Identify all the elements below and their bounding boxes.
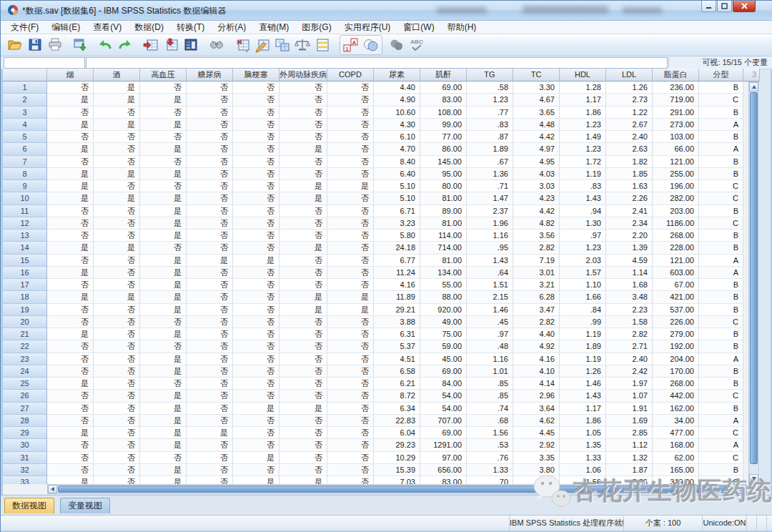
data-cell[interactable]: 否 [279,119,327,131]
data-cell[interactable]: 否 [187,192,233,205]
data-cell[interactable]: 否 [233,119,279,131]
data-cell[interactable]: 否 [47,403,94,415]
data-cell[interactable]: 是 [140,415,187,427]
data-cell[interactable]: 否 [279,464,327,476]
data-cell[interactable]: 是 [47,143,94,155]
row-number[interactable]: 21 [3,328,47,340]
data-cell[interactable]: 2.40 [606,353,653,365]
data-cell[interactable]: 否 [327,353,374,365]
data-cell[interactable]: 否 [233,94,279,106]
data-cell[interactable]: 是 [47,291,94,303]
data-cell[interactable]: .48 [467,340,513,353]
insert-cases-icon[interactable] [232,36,252,54]
data-cell[interactable]: 是 [279,143,327,155]
data-cell[interactable]: 否 [94,464,140,476]
data-cell[interactable]: .71 [467,180,513,192]
data-cell[interactable]: 81.00 [420,217,467,230]
data-cell[interactable]: 否 [327,94,374,106]
data-cell[interactable]: 否 [327,340,374,353]
data-cell[interactable]: 4.42 [513,131,560,143]
data-cell[interactable]: 1291.00 [420,439,467,451]
data-cell[interactable]: .77 [467,107,513,119]
data-cell[interactable]: 1.51 [467,279,513,291]
data-cell[interactable]: 4.62 [513,415,560,427]
data-cell[interactable]: 是 [47,267,94,279]
data-cell[interactable]: 3.80 [513,464,560,476]
data-cell[interactable]: C [699,192,743,205]
data-cell[interactable]: 2.82 [513,242,560,254]
data-cell[interactable]: 是 [140,365,187,378]
data-cell[interactable]: 1.26 [560,365,606,378]
data-cell[interactable]: 656.00 [420,464,467,476]
data-cell[interactable]: 3.21 [513,279,560,291]
data-cell[interactable]: 是 [94,291,140,303]
data-cell[interactable]: 2.63 [606,143,653,155]
data-cell[interactable]: 1.17 [560,94,606,106]
data-cell[interactable]: 226.00 [653,316,699,328]
data-cell[interactable]: C [699,217,743,230]
data-cell[interactable]: 是 [47,378,94,390]
row-number[interactable]: 6 [3,143,47,155]
data-cell[interactable]: 是 [140,403,187,415]
data-cell[interactable]: 1.46 [467,304,513,316]
data-cell[interactable]: 4.14 [513,378,560,390]
data-cell[interactable]: 3.35 [513,452,560,464]
data-cell[interactable]: B [699,365,743,378]
data-cell[interactable]: 2.42 [606,365,653,378]
row-number[interactable]: 27 [3,403,47,415]
data-cell[interactable]: 否 [187,119,233,131]
data-cell[interactable]: B [699,464,743,476]
data-cell[interactable]: 否 [233,316,279,328]
data-cell[interactable]: 10.60 [374,107,420,119]
data-cell[interactable]: 108.00 [420,107,467,119]
row-number[interactable]: 12 [3,217,47,230]
data-cell[interactable]: 4.40 [374,82,420,94]
data-cell[interactable]: 4.97 [513,143,560,155]
data-cell[interactable]: 否 [279,415,327,427]
data-cell[interactable]: B [699,230,743,242]
data-cell[interactable]: 否 [140,82,187,94]
data-cell[interactable]: A [699,415,743,427]
data-cell[interactable]: 否 [47,217,94,230]
data-cell[interactable]: .58 [467,82,513,94]
data-cell[interactable]: 204.00 [653,353,699,365]
menu-item-1[interactable]: 文件(F) [4,21,45,34]
data-cell[interactable]: 否 [233,415,279,427]
data-cell[interactable]: 是 [47,119,94,131]
data-cell[interactable]: 54.00 [420,390,467,402]
data-cell[interactable]: 否 [233,353,279,365]
data-cell[interactable]: 228.00 [653,242,699,254]
data-cell[interactable]: 是 [140,143,187,155]
data-cell[interactable]: 否 [94,390,140,402]
data-cell[interactable]: 1.39 [606,242,653,254]
data-cell[interactable]: 55.00 [420,279,467,291]
data-cell[interactable]: 否 [233,143,279,155]
data-cell[interactable]: B [699,403,743,415]
data-cell[interactable]: 95.00 [420,168,467,180]
data-cell[interactable]: 3.65 [513,107,560,119]
data-cell[interactable]: 1.56 [467,427,513,439]
data-cell[interactable]: 103.00 [653,131,699,143]
data-cell[interactable]: 69.00 [420,427,467,439]
data-cell[interactable]: 1.63 [606,180,653,192]
row-number[interactable]: 25 [3,378,47,390]
data-cell[interactable]: 168.00 [653,439,699,451]
value-labels-icon[interactable]: 1A [341,36,361,54]
data-cell[interactable]: 1.01 [467,365,513,378]
data-cell[interactable]: 2.92 [513,439,560,451]
data-cell[interactable]: .70 [467,476,513,484]
data-cell[interactable]: 1.23 [467,94,513,106]
data-cell[interactable]: 3.48 [606,291,653,303]
data-cell[interactable]: 是 [233,452,279,464]
data-cell[interactable]: 否 [187,452,233,464]
data-cell[interactable]: 否 [140,107,187,119]
data-cell[interactable]: 1.86 [560,107,606,119]
scroll-left-button[interactable] [48,485,57,493]
data-cell[interactable]: 5.10 [374,192,420,205]
data-cell[interactable]: 5.37 [374,340,420,353]
data-cell[interactable]: A [699,439,743,451]
data-cell[interactable]: 否 [327,217,374,230]
data-cell[interactable]: 2.34 [606,217,653,230]
data-cell[interactable]: 1.22 [606,107,653,119]
data-cell[interactable]: 1.35 [560,439,606,451]
